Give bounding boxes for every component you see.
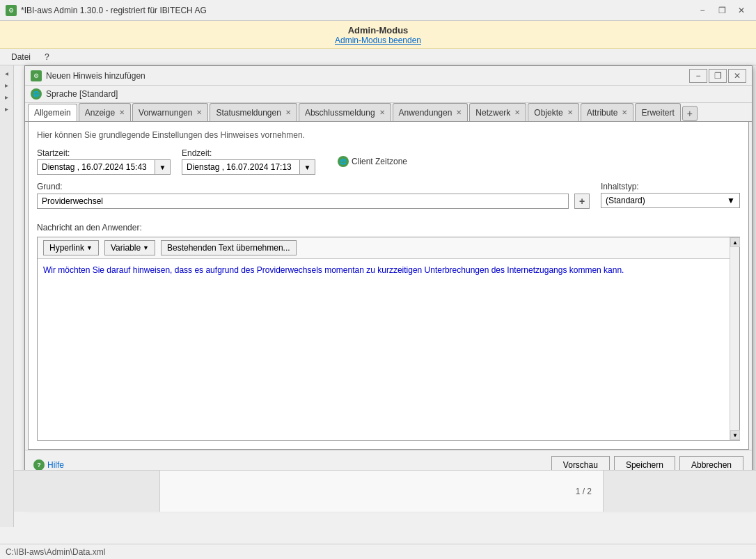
title-bar: ⚙ *IBI-aws Admin 1.30.0 - registriert fü… [0, 0, 756, 21]
variable-arrow-icon: ▼ [143, 244, 149, 251]
dialog-titlebar: ⚙ Neuen Hinweis hinzufügen − ❐ ✕ [25, 66, 752, 86]
tab-bar: Allgemein Anzeige ✕ Vorwarnungen ✕ Statu… [25, 103, 752, 122]
hint-text: Hier können Sie grundlegende Einstellung… [37, 130, 740, 140]
editor-toolbar: Hyperlink ▼ Variable ▼ Bestehenden Text … [38, 237, 739, 259]
editor-text: Wir möchten Sie darauf hinweisen, dass e… [43, 265, 624, 275]
window-close-button[interactable]: ✕ [732, 3, 750, 17]
language-row: 🌐 Sprache [Standard] [25, 86, 752, 103]
hyperlink-button[interactable]: Hyperlink ▼ [43, 240, 99, 255]
variable-button[interactable]: Variable ▼ [104, 240, 155, 255]
dialog-restore-button[interactable]: ❐ [709, 69, 727, 83]
tab-anzeige-close[interactable]: ✕ [119, 109, 125, 116]
tab-anwendungen[interactable]: Anwendungen ✕ [393, 103, 468, 121]
grund-label: Grund: [37, 182, 590, 191]
hyperlink-arrow-icon: ▼ [86, 244, 93, 251]
bg-panel-left [14, 470, 160, 512]
endzeit-dropdown-button[interactable]: ▼ [300, 159, 315, 175]
window-restore-button[interactable]: ❐ [713, 3, 731, 17]
main-area: ◂ ▸ ▸ ▸ ⚙ Neuen Hinweis hinzufügen − ❐ ✕… [0, 65, 756, 527]
grund-add-button[interactable]: + [574, 194, 590, 209]
bg-panel-mid: 1 / 2 [160, 470, 603, 512]
timezone-icon: 🌐 [338, 156, 349, 167]
background-panels: 1 / 2 [14, 470, 756, 512]
language-label: Sprache [Standard] [46, 89, 118, 99]
left-nav: ◂ ▸ ▸ ▸ [0, 65, 14, 527]
inhaltstyp-label: Inhaltstyp: [601, 182, 740, 191]
tab-allgemein[interactable]: Allgemein [28, 104, 77, 122]
editor-content[interactable]: Wir möchten Sie darauf hinweisen, dass e… [38, 259, 739, 440]
admin-banner: Admin-Modus Admin-Modus beenden [0, 21, 756, 49]
scroll-down-button[interactable]: ▼ [730, 430, 740, 440]
tab-abschlussmeldung[interactable]: Abschlussmeldung ✕ [299, 103, 391, 121]
help-link[interactable]: ? Hilfe [33, 459, 64, 471]
dialog-minimize-button[interactable]: − [689, 69, 707, 83]
grund-input[interactable] [37, 194, 569, 209]
tab-statusmeldungen-close[interactable]: ✕ [285, 109, 291, 116]
window-minimize-button[interactable]: − [693, 3, 711, 17]
nav-arrow-1[interactable]: ◂ [3, 68, 10, 79]
admin-mode-title: Admin-Modus [0, 25, 756, 36]
endzeit-group: Endzeit: Dienstag , 16.07.2024 17:13 ▼ [182, 148, 315, 175]
scroll-up-button[interactable]: ▲ [730, 237, 740, 247]
tab-vorwarnungen[interactable]: Vorwarnungen ✕ [132, 103, 208, 121]
menu-help[interactable]: ? [39, 51, 55, 63]
tab-erweitert[interactable]: Erweitert [635, 103, 680, 121]
inhaltstyp-select[interactable]: (Standard) ▼ [601, 193, 740, 208]
client-zeitzone: 🌐 Client Zeitzone [338, 156, 407, 167]
dialog-close-button[interactable]: ✕ [728, 69, 746, 83]
tab-anzeige[interactable]: Anzeige ✕ [79, 103, 131, 121]
tab-netzwerk-close[interactable]: ✕ [514, 109, 520, 116]
dialog-wrapper: ⚙ Neuen Hinweis hinzufügen − ❐ ✕ 🌐 Sprac… [14, 65, 756, 527]
nachricht-label: Nachricht an den Anwender: [37, 223, 740, 233]
timezone-label: Client Zeitzone [352, 157, 407, 166]
help-label: Hilfe [47, 460, 64, 470]
datetime-row: Startzeit: Dienstag , 16.07.2024 15:43 ▼… [37, 148, 740, 175]
bg-panel-right [603, 470, 756, 512]
status-bar: C:\IBI-aws\Admin\Data.xml [0, 544, 756, 559]
tab-objekte-close[interactable]: ✕ [567, 109, 573, 116]
dialog-icon: ⚙ [31, 70, 42, 81]
endzeit-input[interactable]: Dienstag , 16.07.2024 17:13 [182, 159, 300, 175]
tab-statusmeldungen[interactable]: Statusmeldungen ✕ [210, 103, 297, 121]
window-title: *IBI-aws Admin 1.30.0 - registriert für … [21, 6, 207, 15]
pagination-text: 1 / 2 [576, 487, 592, 496]
inhaltstyp-arrow-icon: ▼ [727, 196, 735, 205]
grund-row: + [37, 194, 590, 209]
bestehenden-button[interactable]: Bestehenden Text übernehmen... [161, 240, 297, 255]
inhaltstyp-group: Inhaltstyp: (Standard) ▼ [601, 182, 740, 208]
startzeit-input[interactable]: Dienstag , 16.07.2024 15:43 [37, 159, 155, 175]
dialog-title: Neuen Hinweis hinzufügen [46, 71, 145, 81]
tab-vorwarnungen-close[interactable]: ✕ [196, 109, 202, 116]
nav-arrow-3[interactable]: ▸ [3, 92, 10, 102]
admin-mode-exit-link[interactable]: Admin-Modus beenden [0, 36, 756, 45]
nav-arrow-2[interactable]: ▸ [3, 80, 10, 90]
tab-attribute-close[interactable]: ✕ [622, 109, 627, 116]
tab-abschlussmeldung-close[interactable]: ✕ [379, 109, 385, 116]
dialog: ⚙ Neuen Hinweis hinzufügen − ❐ ✕ 🌐 Sprac… [24, 65, 753, 506]
tab-objekte[interactable]: Objekte ✕ [528, 103, 578, 121]
startzeit-group: Startzeit: Dienstag , 16.07.2024 15:43 ▼ [37, 148, 171, 175]
status-path: C:\IBI-aws\Admin\Data.xml [6, 547, 105, 557]
help-icon: ? [33, 459, 45, 471]
nav-arrow-4[interactable]: ▸ [3, 104, 10, 114]
language-icon: 🌐 [31, 88, 42, 100]
startzeit-label: Startzeit: [37, 148, 171, 158]
inhaltstyp-value: (Standard) [606, 196, 645, 205]
tab-anwendungen-close[interactable]: ✕ [456, 109, 462, 116]
menu-datei[interactable]: Datei [6, 51, 36, 63]
startzeit-dropdown-button[interactable]: ▼ [155, 159, 171, 175]
tab-content-allgemein: Hier können Sie grundlegende Einstellung… [28, 122, 749, 450]
endzeit-label: Endzeit: [182, 148, 315, 158]
tab-add-button[interactable]: + [682, 106, 698, 121]
editor-area: Hyperlink ▼ Variable ▼ Bestehenden Text … [37, 237, 740, 441]
tab-attribute[interactable]: Attribute ✕ [581, 103, 634, 121]
menu-bar: Datei ? [0, 49, 756, 65]
app-icon: ⚙ [6, 5, 17, 16]
editor-scrollbar[interactable]: ▲ ▼ [730, 237, 739, 440]
tab-netzwerk[interactable]: Netzwerk ✕ [469, 103, 526, 121]
